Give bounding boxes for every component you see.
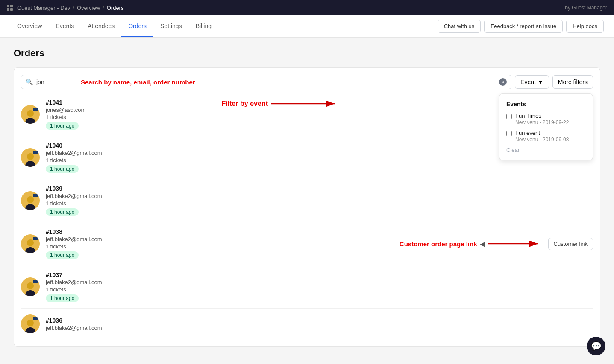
order-info: #1037 jeff.blake2@gmail.com 1 tickets 1 … <box>46 271 593 302</box>
fun-event-name: Fun event <box>515 130 569 136</box>
nav-link-billing[interactable]: Billing <box>189 15 218 37</box>
nav-link-orders[interactable]: Orders <box>121 15 153 37</box>
nav-link-settings[interactable]: Settings <box>153 15 189 37</box>
search-filter-row: 🔍 × Event ▼ More filters Search by name,… <box>21 75 593 89</box>
topbar-current: Orders <box>107 5 124 11</box>
event-dropdown-panel: Events Fun Times New venu - 2019-09-22 <box>499 93 593 160</box>
search-input[interactable] <box>36 79 496 85</box>
order-info: #1038 jeff.blake2@gmail.com 1 tickets 1 … <box>46 228 400 259</box>
grid-icon <box>7 5 13 11</box>
order-row[interactable]: #1039 jeff.blake2@gmail.com 1 tickets 1 … <box>21 179 593 222</box>
fun-event-checkbox[interactable] <box>506 131 512 136</box>
avatar <box>21 277 40 296</box>
order-info: #1036 jeff.blake2@gmail.com <box>46 317 593 331</box>
order-time: 1 hour ago <box>46 251 79 259</box>
page-title: Orders <box>14 48 600 59</box>
order-email: jeff.blake2@gmail.com <box>46 279 593 285</box>
cursor-icon: ◀ <box>480 240 485 248</box>
order-tickets: 1 tickets <box>46 200 593 207</box>
topbar-by: by Guest Manager <box>565 5 607 11</box>
dropdown-clear-button[interactable]: Clear <box>506 147 586 153</box>
help-docs-button[interactable]: Help docs <box>566 20 604 33</box>
customer-annotation-arrow <box>488 239 543 248</box>
chat-button[interactable]: Chat with us <box>438 20 481 33</box>
nav-link-overview[interactable]: Overview <box>10 15 49 37</box>
orders-card: 🔍 × Event ▼ More filters Search by name,… <box>14 67 600 347</box>
order-time: 1 hour ago <box>46 122 79 130</box>
fun-times-name: Fun Times <box>515 113 569 119</box>
event-option-fun-times[interactable]: Fun Times New venu - 2019-09-22 <box>506 113 586 125</box>
topbar-sep2: / <box>103 5 104 11</box>
chevron-down-icon: ▼ <box>538 79 543 85</box>
chat-widget-icon: 💬 <box>591 341 602 351</box>
more-filters-button[interactable]: More filters <box>552 75 593 89</box>
order-email: jeff.blake2@gmail.com <box>46 236 400 242</box>
page-content: Orders 🔍 × Event ▼ More filters Search b… <box>0 38 614 357</box>
customer-link-button[interactable]: Customer link <box>548 238 593 250</box>
event-filter-label: Event <box>520 79 536 85</box>
search-clear-button[interactable]: × <box>499 78 507 86</box>
order-info: #1039 jeff.blake2@gmail.com 1 tickets 1 … <box>46 185 593 216</box>
topbar: Guest Manager - Dev / Overview / Orders … <box>0 0 614 15</box>
order-tickets: 1 tickets <box>46 286 593 293</box>
topbar-section: Overview <box>77 5 100 11</box>
search-box: 🔍 × <box>21 75 511 89</box>
topbar-breadcrumb: Guest Manager - Dev / Overview / Orders <box>7 5 123 11</box>
order-number: #1037 <box>46 271 593 278</box>
order-number: #1039 <box>46 185 593 192</box>
avatar <box>21 314 40 333</box>
topbar-app-name: Guest Manager - Dev <box>17 5 70 11</box>
avatar <box>21 191 40 210</box>
order-row[interactable]: #1036 jeff.blake2@gmail.com <box>21 308 593 339</box>
nav-actions: Chat with us Feedback / report an issue … <box>438 20 604 33</box>
order-time: 1 hour ago <box>46 165 79 173</box>
topbar-sep1: / <box>73 5 74 11</box>
order-number: #1036 <box>46 317 593 324</box>
order-row[interactable]: #1037 jeff.blake2@gmail.com 1 tickets 1 … <box>21 265 593 308</box>
dropdown-title: Events <box>506 101 586 108</box>
nav-links: Overview Events Attendees Orders Setting… <box>10 15 218 37</box>
avatar <box>21 234 40 253</box>
event-filter-button[interactable]: Event ▼ <box>515 75 549 89</box>
order-email: jeff.blake2@gmail.com <box>46 325 593 331</box>
nav-link-events[interactable]: Events <box>49 15 81 37</box>
order-number: #1038 <box>46 228 400 235</box>
feedback-button[interactable]: Feedback / report an issue <box>484 20 563 33</box>
chat-widget-button[interactable]: 💬 <box>587 337 605 355</box>
fun-times-date: New venu - 2019-09-22 <box>515 119 569 125</box>
order-time: 1 hour ago <box>46 294 79 302</box>
order-email: jeff.blake2@gmail.com <box>46 193 593 199</box>
order-time: 1 hour ago <box>46 208 79 216</box>
fun-times-checkbox[interactable] <box>506 114 512 119</box>
main-nav: Overview Events Attendees Orders Setting… <box>0 15 614 38</box>
avatar <box>21 148 40 167</box>
customer-annotation: Customer order page link <box>400 240 477 248</box>
fun-event-date: New venu - 2019-09-08 <box>515 137 569 143</box>
avatar <box>21 105 40 124</box>
search-row: 🔍 × Event ▼ More filters <box>21 75 593 89</box>
event-option-fun-event[interactable]: Fun event New venu - 2019-09-08 <box>506 130 586 143</box>
nav-link-attendees[interactable]: Attendees <box>81 15 121 37</box>
order-row[interactable]: #1038 jeff.blake2@gmail.com 1 tickets 1 … <box>21 222 593 265</box>
order-tickets: 1 tickets <box>46 243 400 250</box>
search-icon: 🔍 <box>26 79 33 85</box>
